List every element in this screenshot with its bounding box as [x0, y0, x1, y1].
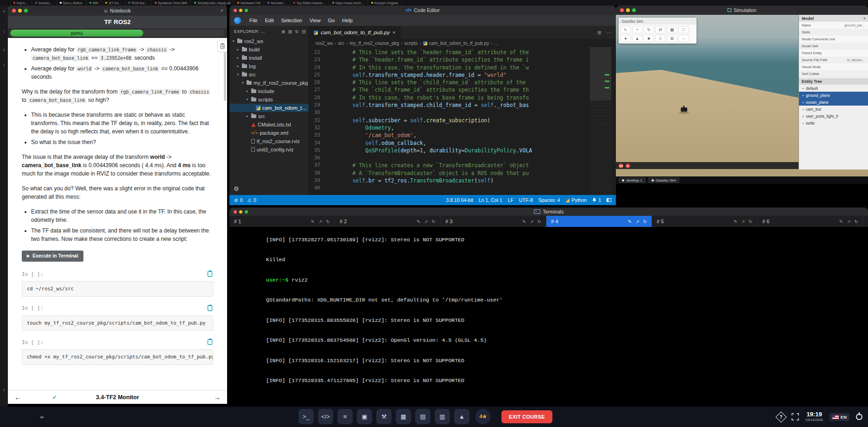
power-icon[interactable] — [856, 414, 862, 420]
window-controls[interactable] — [234, 210, 248, 214]
tree-item[interactable]: ▾src — [229, 70, 309, 79]
open-external-icon[interactable]: ↗ — [530, 219, 533, 224]
cursor-position[interactable]: Ln 1, Col 1 — [479, 197, 502, 203]
grid-tool-icon[interactable]: ▦ — [667, 26, 677, 33]
ros-icon[interactable] — [55, 410, 68, 423]
rotate-tool-icon[interactable]: ↻ — [644, 26, 654, 33]
popout-icon[interactable]: ↗ — [220, 8, 223, 13]
cell-code[interactable]: chmod +x my_tf_ros2_course_pkg/scripts/c… — [22, 349, 213, 365]
copy-icon[interactable] — [207, 338, 213, 347]
encoding-indicator[interactable]: UTF-8 — [519, 197, 533, 203]
close-icon[interactable] — [620, 8, 624, 12]
browser-tab[interactable]: Top Rated Hackst… — [290, 0, 329, 6]
notifications-bell[interactable]: 1 — [592, 197, 601, 203]
tree-item[interactable]: ▸include — [229, 87, 309, 95]
restart-icon[interactable]: ↻ — [643, 219, 647, 224]
tree-item[interactable]: ▸src — [229, 112, 309, 120]
eol-indicator[interactable]: LF — [508, 197, 513, 203]
entity-tree-item[interactable]: user_point_light_0 — [799, 113, 868, 119]
notebook-scrollbar[interactable] — [224, 50, 226, 101]
tree-item[interactable]: CMakeLists.txt — [229, 120, 309, 129]
rename-icon[interactable]: ✎ — [628, 219, 632, 224]
minimize-icon[interactable] — [18, 9, 22, 13]
tree-item[interactable]: unit3_config.rviz — [229, 145, 309, 154]
pause-button[interactable]: ❚❚ — [619, 163, 623, 168]
ide-icon[interactable]: ‹› — [35, 410, 49, 423]
exit-course-button[interactable]: EXIT COURSE — [501, 410, 552, 423]
select-tool-icon[interactable]: ↖ — [621, 26, 631, 33]
problems-indicator[interactable]: ⊘0 ⚠0 — [234, 197, 256, 203]
minimize-icon[interactable] — [239, 9, 242, 12]
vm-taskbar-item[interactable]: Gazebo Sim — [648, 177, 679, 183]
maximize-icon[interactable] — [245, 9, 248, 12]
entity-tree-item[interactable]: cam_bot — [799, 106, 868, 113]
maximize-icon[interactable] — [24, 9, 28, 13]
window-controls[interactable] — [234, 9, 248, 12]
simulation-viewport[interactable]: Gazebo Sim ↖ + ↻ ⇄ ▦ □ — [616, 15, 868, 184]
tree-item[interactable]: ▸log — [229, 62, 309, 70]
rename-icon[interactable]: ✎ — [417, 219, 420, 224]
restart-icon[interactable]: ↻ — [855, 219, 858, 224]
restart-icon[interactable]: ↻ — [432, 219, 436, 224]
component-inspector-header[interactable]: Model — [799, 15, 868, 22]
copy-icon[interactable] — [207, 270, 213, 279]
restart-icon[interactable]: ↻ — [538, 219, 541, 224]
code-area[interactable]: 22 # This line sets the `header.frame_id… — [309, 47, 616, 195]
terminal-output[interactable]: [INFO] [1773528277.951730189] [rviz2]: S… — [229, 227, 868, 394]
inspector-row[interactable]: Name ground_pla… — [799, 22, 868, 29]
clock[interactable]: 19:19 03/14/2026 — [805, 411, 823, 422]
notebook-titlebar[interactable]: ▤ Notebook ↗ — [8, 6, 227, 16]
entity-tree-header[interactable]: Entity Tree — [799, 78, 868, 85]
entity-tree-item[interactable]: default — [799, 85, 868, 92]
snap-tool-icon[interactable]: ⇄ — [655, 26, 665, 33]
minimize-icon[interactable] — [239, 210, 242, 214]
tree-item[interactable]: ▾ros2_ws — [229, 37, 309, 45]
open-external-icon[interactable]: ↗ — [741, 219, 745, 224]
gear-icon[interactable]: ⚙ — [234, 185, 239, 192]
entity-tree-item[interactable]: ocean_plane — [799, 99, 868, 106]
language-indicator[interactable]: Python — [565, 197, 587, 203]
browser-tab[interactable]: SimplifyJobs | Apply all — [191, 0, 234, 6]
inspector-row[interactable]: Model Self — [799, 43, 868, 50]
cell-code[interactable]: touch my_tf_ros2_course_pkg/scripts/cam_… — [22, 315, 213, 331]
menu-item[interactable]: File — [246, 18, 261, 23]
remove-tool-icon[interactable]: − — [678, 35, 689, 42]
terminal-tab[interactable]: # 6 ✎ ↗ ↻ — [758, 216, 863, 227]
close-icon[interactable] — [12, 9, 16, 13]
next-lesson-button[interactable]: → — [214, 393, 221, 401]
star-badge[interactable]: 4★ — [475, 409, 491, 424]
breadcrumb-item[interactable]: › my_tf_ros2_course_pkg — [346, 41, 399, 46]
cone-tool-icon[interactable]: ▲ — [632, 35, 642, 42]
breadcrumb-item[interactable]: › … — [491, 41, 499, 46]
menu-item[interactable]: Go — [324, 18, 339, 23]
simulation-tool-icon[interactable]: ▣ — [357, 409, 372, 424]
tree-item[interactable]: ▾scripts — [229, 95, 309, 104]
code-tool-icon[interactable]: </> — [318, 409, 333, 424]
inspector-row[interactable]: Static — [799, 29, 868, 36]
breadcrumb-item[interactable]: › ros2_ws — [316, 41, 333, 46]
tree-item[interactable]: ▸build — [229, 45, 309, 54]
window-controls[interactable] — [620, 8, 636, 12]
layers-tool-icon[interactable]: ▥ — [435, 409, 450, 424]
browser-tab[interactable]: Mechani… — [264, 0, 290, 6]
browser-tab[interactable]: https://www.mech… — [329, 0, 368, 6]
restart-icon[interactable]: ↻ — [326, 219, 330, 224]
terminal-tab[interactable]: # 2 ✎ ↗ ↻ — [335, 216, 441, 227]
window-controls[interactable] — [12, 9, 28, 13]
browser-tab[interactable]: ROS Aut… — [125, 0, 151, 6]
inspector-row[interactable]: Visual Mode — [799, 63, 868, 70]
browser-tab[interactable]: Schedu… — [32, 0, 57, 6]
inspector-row[interactable]: Parent Entity — [799, 50, 868, 57]
restart-icon[interactable]: ↻ — [749, 219, 753, 224]
cube-tool-icon[interactable]: ■ — [644, 35, 654, 42]
diamond-tool-icon[interactable]: ◇ — [655, 35, 665, 42]
rename-icon[interactable]: ✎ — [311, 219, 315, 224]
terminal-tab[interactable]: # 4 ✎ ↗ ↻ — [546, 216, 652, 227]
browser-tab[interactable]: Sysfailure Drive MiR — [152, 0, 191, 6]
breadcrumb-item[interactable]: › cam_bot_odom_to_tf_pub.py — [419, 41, 489, 46]
terminal-tab[interactable]: # 5 ✎ ↗ ↻ — [652, 216, 758, 227]
simulation-titlebar[interactable]: Simulation — [616, 6, 868, 15]
vm-taskbar-item[interactable]: desktop 1 — [619, 177, 646, 183]
rename-icon[interactable]: ✎ — [734, 219, 737, 224]
docs-tool-icon[interactable]: ▤ — [415, 409, 431, 424]
